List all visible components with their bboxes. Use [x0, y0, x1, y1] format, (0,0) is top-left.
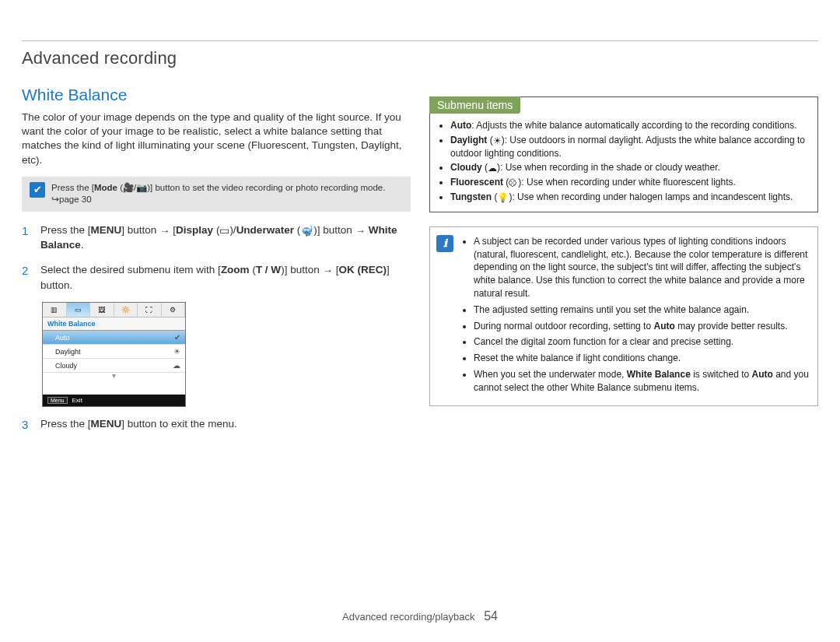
submenu-text: ): Use when recording in the shade or cl… [497, 162, 720, 173]
step-number: 1 [22, 223, 33, 253]
device-screenshot: ▥ ▭ 🖼 🔆 ⛶ ⚙ White Balance Auto ✔ Dayligh… [42, 302, 186, 407]
tip-text-b: is switched to [691, 369, 752, 380]
step-number: 2 [22, 262, 33, 293]
submenu-name: Tungsten [450, 191, 492, 202]
step-3-body: Press the [MENU] button to exit the menu… [40, 416, 237, 433]
tip-item: During normal outdoor recording, setting… [474, 320, 810, 333]
mock-submenu-header: White Balance [43, 317, 185, 331]
mock-row-label: Cloudy [55, 362, 77, 370]
button-word: button [323, 224, 352, 236]
menu-button-label: MENU [91, 418, 122, 430]
checkmark-icon: ✔ [30, 182, 45, 198]
chapter-title: Advanced recording [22, 48, 818, 68]
page-reference: ↪page 30 [51, 195, 92, 204]
arrow-icon: → [355, 226, 366, 237]
section-heading: White Balance [22, 86, 411, 104]
mock-exitbar: Menu Exit [43, 395, 185, 406]
submenu-text: ): Use outdoors in normal daylight. Adju… [450, 135, 805, 159]
mode-note-text: Press the [Mode (🎥/📷)] button to set the… [51, 182, 403, 206]
submenu-items-list: Auto: Adjusts the white balance automati… [433, 119, 810, 204]
note-prefix: Press the [ [51, 183, 94, 192]
submenu-auto: Auto: Adjusts the white balance automati… [450, 119, 810, 132]
mock-row-label: Daylight [55, 348, 81, 356]
right-column: Submenu items Auto: Adjusts the white ba… [429, 86, 818, 443]
sun-icon: ☀ [173, 347, 180, 356]
tip-item: When you set the underwater mode, White … [474, 368, 810, 395]
submenu-name: Cloudy [450, 162, 482, 173]
cloud-icon: ☁ [488, 163, 497, 173]
manual-page: Advanced recording White Balance The col… [0, 0, 840, 642]
submenu-text: ): Use when recording under halogen lamp… [509, 191, 793, 202]
tip-text-a: During normal outdoor recording, setting… [474, 321, 653, 332]
step-1: 1 Press the [MENU] button → [Display (▭)… [22, 223, 411, 253]
underwater-icon: 🤿 [300, 226, 313, 237]
tip-item: Reset the white balance if light conditi… [474, 352, 810, 365]
step2-b: ] button [285, 264, 320, 275]
submenu-name: Fluorescent [450, 177, 503, 188]
tip-bold: Auto [653, 321, 674, 332]
top-rule [22, 40, 818, 41]
procedure-steps-cont: 3 Press the [MENU] button to exit the me… [22, 416, 411, 433]
tip-item: Cancel the digital zoom function for a c… [474, 335, 810, 349]
mode-note: ✔ Press the [Mode (🎥/📷)] button to set t… [22, 177, 411, 212]
procedure-steps: 1 Press the [MENU] button → [Display (▭)… [22, 223, 411, 293]
mock-row: Daylight ☀ [43, 345, 185, 359]
tw-label: T / W [256, 264, 281, 275]
mock-row-label: Auto [55, 334, 70, 342]
submenu-daylight: Daylight (☀): Use outdoors in normal day… [450, 134, 810, 160]
left-column: White Balance The color of your image de… [22, 86, 411, 443]
submenu-items-header: Submenu items [429, 96, 520, 114]
step2-a: Select the desired submenu item with [ [40, 264, 221, 275]
scroll-caret-icon: ▾ [43, 373, 185, 379]
sun-icon: ☀ [493, 136, 502, 146]
mock-tab-active: ▭ [67, 303, 91, 317]
step-1-body: Press the [MENU] button → [Display (▭)/U… [40, 223, 411, 253]
bulb-icon: 💡 [497, 193, 509, 202]
submenu-text: : Adjusts the white balance automaticall… [471, 120, 796, 131]
info-icon: ℹ [436, 235, 453, 252]
underwater-label: Underwater [236, 224, 294, 236]
mock-exit-label: Exit [72, 397, 82, 404]
submenu-text: ): Use when recording under white fluore… [518, 177, 735, 188]
footer-trail: Advanced recording/playback [342, 611, 475, 623]
mock-tab: 🖼 [90, 303, 114, 317]
page-footer: Advanced recording/playback 54 [0, 609, 840, 623]
submenu-name: Auto [450, 120, 471, 131]
mock-tab: 🔆 [114, 303, 138, 317]
tip-item: A subject can be recorded under various … [474, 235, 810, 300]
arrow-icon: → [322, 265, 333, 276]
page-number: 54 [484, 609, 498, 623]
step-2-body: Select the desired submenu item with [Zo… [40, 262, 411, 293]
mock-tab: ⛶ [138, 303, 162, 317]
submenu-cloudy: Cloudy (☁): Use when recording in the sh… [450, 161, 810, 174]
note-mode-word: Mode [94, 183, 117, 192]
note-mid: (🎥/📷)] button to set the video recording… [117, 183, 385, 192]
intro-paragraph: The color of your image depends on the t… [22, 111, 411, 167]
cloud-icon: ☁ [173, 361, 180, 370]
submenu-tungsten: Tungsten (💡): Use when recording under h… [450, 191, 810, 204]
arrow-icon: → [159, 226, 170, 237]
tip-text-b: may provide better results. [675, 321, 788, 332]
tip-bold: White Balance [627, 369, 691, 380]
tip-text-a: When you set the underwater mode, [474, 369, 627, 380]
submenu-items-panel: Submenu items Auto: Adjusts the white ba… [429, 96, 818, 212]
submenu-fluorescent: Fluorescent (⛒): Use when recording unde… [450, 176, 810, 189]
menu-button-label: MENU [91, 224, 122, 236]
submenu-name: Daylight [450, 135, 487, 146]
mock-tab: ▥ [43, 303, 67, 317]
mock-tabbar: ▥ ▭ 🖼 🔆 ⛶ ⚙ [43, 303, 185, 317]
step-3: 3 Press the [MENU] button to exit the me… [22, 416, 411, 433]
display-label: Display [176, 224, 213, 236]
tips-panel: ℹ A subject can be recorded under variou… [429, 226, 818, 406]
tip-item: The adjusted setting remains until you s… [474, 303, 810, 317]
okrec-label: OK (REC) [338, 264, 387, 275]
mock-row-selected: Auto ✔ [43, 331, 185, 345]
display-frame-icon: ▭ [219, 226, 229, 237]
tip-bold: Auto [752, 369, 773, 380]
step-number: 3 [22, 416, 33, 433]
content-columns: White Balance The color of your image de… [22, 86, 818, 443]
mock-row-icon: ✔ [174, 333, 180, 342]
zoom-label: Zoom [221, 264, 250, 275]
mock-menu-button: Menu [47, 397, 68, 404]
step-2: 2 Select the desired submenu item with [… [22, 262, 411, 293]
